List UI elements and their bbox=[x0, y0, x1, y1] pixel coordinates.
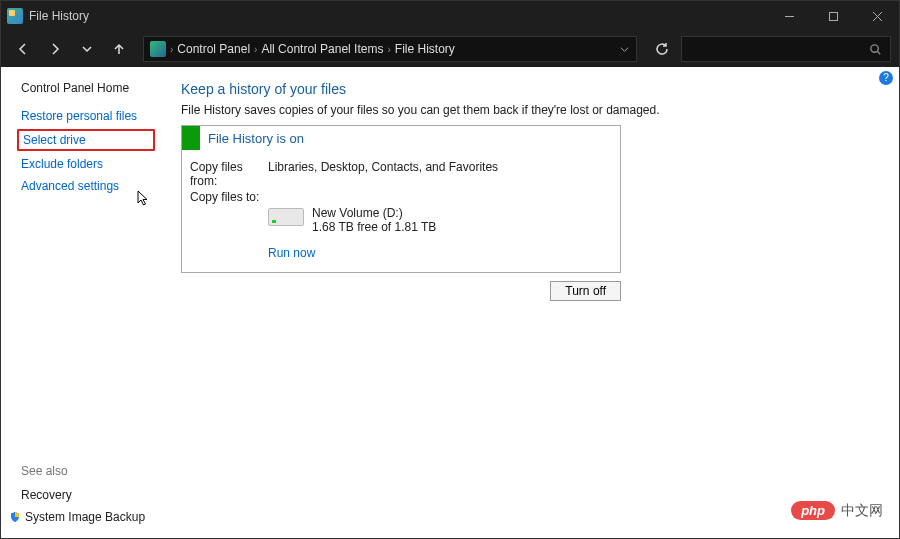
back-button[interactable] bbox=[9, 35, 37, 63]
watermark-text: 中文网 bbox=[841, 502, 883, 520]
svg-rect-1 bbox=[829, 12, 837, 20]
svg-point-5 bbox=[871, 44, 878, 51]
chevron-right-icon: › bbox=[387, 44, 390, 55]
restore-personal-files-link[interactable]: Restore personal files bbox=[21, 109, 151, 123]
see-also-heading: See also bbox=[21, 464, 151, 478]
address-bar[interactable]: › Control Panel › All Control Panel Item… bbox=[143, 36, 637, 62]
search-input[interactable] bbox=[681, 36, 891, 62]
turn-off-button[interactable]: Turn off bbox=[550, 281, 621, 301]
advanced-settings-link[interactable]: Advanced settings bbox=[21, 179, 151, 193]
drive-icon bbox=[268, 208, 304, 226]
copy-from-label: Copy files from: bbox=[190, 160, 268, 188]
window-title: File History bbox=[29, 9, 89, 23]
chevron-down-icon[interactable] bbox=[619, 44, 630, 55]
drive-free-space: 1.68 TB free of 1.81 TB bbox=[312, 220, 436, 234]
recovery-link[interactable]: Recovery bbox=[21, 488, 151, 502]
watermark: php 中文网 bbox=[791, 501, 883, 520]
page-heading: Keep a history of your files bbox=[181, 81, 879, 97]
status-title: File History is on bbox=[200, 131, 312, 146]
control-panel-icon bbox=[150, 41, 166, 57]
search-icon bbox=[869, 43, 882, 56]
status-indicator-on bbox=[182, 126, 200, 150]
forward-button[interactable] bbox=[41, 35, 69, 63]
page-description: File History saves copies of your files … bbox=[181, 103, 879, 117]
copy-from-value: Libraries, Desktop, Contacts, and Favori… bbox=[268, 160, 498, 188]
shield-icon bbox=[9, 511, 21, 523]
breadcrumb-part[interactable]: Control Panel bbox=[177, 42, 250, 56]
drive-name: New Volume (D:) bbox=[312, 206, 436, 220]
control-panel-home-link[interactable]: Control Panel Home bbox=[21, 81, 151, 95]
up-button[interactable] bbox=[105, 35, 133, 63]
refresh-button[interactable] bbox=[647, 35, 677, 63]
status-box: File History is on Copy files from: Libr… bbox=[181, 125, 621, 273]
sidebar: Control Panel Home Restore personal file… bbox=[1, 67, 161, 538]
system-image-backup-link[interactable]: System Image Backup bbox=[25, 510, 145, 524]
watermark-logo: php bbox=[791, 501, 835, 520]
exclude-folders-link[interactable]: Exclude folders bbox=[21, 157, 151, 171]
breadcrumb-part[interactable]: All Control Panel Items bbox=[261, 42, 383, 56]
select-drive-link[interactable]: Select drive bbox=[17, 129, 155, 151]
chevron-right-icon: › bbox=[170, 44, 173, 55]
maximize-button[interactable] bbox=[811, 1, 855, 31]
run-now-link[interactable]: Run now bbox=[268, 246, 612, 260]
app-icon bbox=[7, 8, 23, 24]
navigation-toolbar: › Control Panel › All Control Panel Item… bbox=[1, 31, 899, 67]
breadcrumb-part[interactable]: File History bbox=[395, 42, 455, 56]
close-button[interactable] bbox=[855, 1, 899, 31]
svg-line-6 bbox=[877, 51, 880, 54]
chevron-right-icon: › bbox=[254, 44, 257, 55]
titlebar: File History bbox=[1, 1, 899, 31]
copy-to-label: Copy files to: bbox=[190, 190, 268, 204]
content-area: ? Control Panel Home Restore personal fi… bbox=[1, 67, 899, 538]
recent-dropdown[interactable] bbox=[73, 35, 101, 63]
minimize-button[interactable] bbox=[767, 1, 811, 31]
main-panel: Keep a history of your files File Histor… bbox=[161, 67, 899, 538]
file-history-window: File History › Control Panel › All Contr… bbox=[0, 0, 900, 539]
